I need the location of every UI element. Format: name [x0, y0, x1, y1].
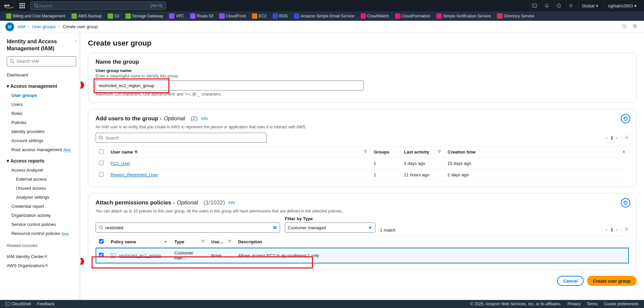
- nav-dashboard[interactable]: Dashboard: [7, 70, 76, 79]
- user-row[interactable]: FCJ_User13 days ago15 days ago: [96, 158, 629, 169]
- name-group-heading: Name the group: [96, 59, 629, 65]
- account-menu[interactable]: nghialm2603 ▾: [604, 1, 640, 10]
- service-shortcut[interactable]: EC2: [250, 13, 268, 19]
- col-description[interactable]: Description: [235, 236, 629, 248]
- user-name-link[interactable]: FCJ_User: [111, 161, 130, 166]
- nav-policies[interactable]: Policies: [7, 118, 76, 127]
- notifications-icon[interactable]: [542, 1, 551, 10]
- refresh-policies-button[interactable]: [621, 198, 630, 207]
- select-all-policies[interactable]: [99, 239, 104, 244]
- user-checkbox[interactable]: [99, 172, 104, 177]
- users-search[interactable]: [96, 133, 267, 143]
- group-name-input[interactable]: [96, 80, 364, 90]
- policy-row[interactable]: + restricted_ec2_region Customer man… No…: [96, 248, 629, 263]
- expand-policy-icon[interactable]: +: [111, 253, 115, 258]
- prev-page[interactable]: ‹: [606, 135, 607, 140]
- aws-logo[interactable]: aws: [4, 3, 14, 9]
- policy-checkbox[interactable]: [99, 253, 104, 257]
- nav-account-settings[interactable]: Account settings: [7, 136, 76, 145]
- table-settings-icon[interactable]: [621, 135, 629, 141]
- services-grid-icon[interactable]: [19, 3, 25, 8]
- filter-type-dropdown[interactable]: Customer managed ▼: [285, 223, 375, 233]
- service-shortcut[interactable]: AWS Backup: [69, 13, 104, 19]
- service-shortcut[interactable]: CloudWatch: [359, 13, 391, 19]
- col-used-as[interactable]: Use…▽: [208, 236, 235, 248]
- col-groups[interactable]: Groups: [370, 146, 400, 158]
- cloudshell-top-icon[interactable]: [530, 1, 539, 10]
- search-icon: [34, 3, 39, 8]
- policy-used: None: [208, 248, 235, 263]
- col-policy-name[interactable]: Policy name▲: [107, 236, 171, 248]
- nav-user-groups[interactable]: User groups: [7, 91, 76, 100]
- users-search-input[interactable]: [105, 135, 264, 140]
- user-name-link[interactable]: Region_Restricted_User: [111, 172, 158, 177]
- next-page[interactable]: ›: [616, 135, 618, 140]
- settings-icon[interactable]: [566, 1, 576, 10]
- nav-external-access[interactable]: External access: [7, 175, 76, 184]
- service-shortcut[interactable]: RDS: [271, 13, 290, 19]
- service-shortcut[interactable]: Amazon Simple Email Service: [292, 13, 357, 19]
- service-shortcut[interactable]: Storage Gateway: [123, 13, 165, 19]
- sidebar-search-input[interactable]: [16, 59, 73, 64]
- help-icon[interactable]: ?: [554, 1, 564, 10]
- nav-identity-providers[interactable]: Identity providers: [7, 127, 76, 136]
- nav-rcp[interactable]: Resource control policiesNew: [7, 229, 76, 238]
- col-last-activity[interactable]: Last activity▽: [400, 146, 444, 158]
- create-user-group-button[interactable]: Create user group: [587, 276, 637, 286]
- service-shortcut[interactable]: Route 53: [188, 13, 215, 19]
- aws-top-nav: aws [Alt+S] ? Global ▾ nghialm2603 ▾: [0, 0, 644, 11]
- service-shortcut[interactable]: Directory Service: [495, 13, 536, 19]
- nav-aws-organizations[interactable]: AWS Organizations⇱: [7, 261, 76, 270]
- cancel-button[interactable]: Cancel: [557, 276, 584, 286]
- policies-search[interactable]: ✕: [96, 223, 280, 233]
- sidebar-title: Identity and Access Management (IAM): [7, 38, 76, 52]
- nav-analyzer-settings[interactable]: Analyzer settings: [7, 193, 76, 202]
- user-checkbox[interactable]: [99, 161, 104, 165]
- refresh-page-icon[interactable]: [631, 22, 639, 31]
- service-shortcut[interactable]: Billing and Cost Management: [4, 13, 67, 19]
- service-shortcut[interactable]: CloudFront: [217, 13, 248, 19]
- col-user-name[interactable]: User name ⇱▽: [107, 146, 371, 158]
- col-type[interactable]: Type▽: [171, 236, 208, 248]
- nav-org-activity[interactable]: Organization activity: [7, 211, 76, 220]
- svg-line-2: [37, 7, 39, 8]
- table-settings-icon[interactable]: [621, 227, 629, 233]
- info-link[interactable]: Info: [228, 200, 235, 205]
- sidebar-search[interactable]: [7, 56, 76, 66]
- search-icon: [99, 135, 103, 140]
- nav-credential-report[interactable]: Credential report: [7, 202, 76, 211]
- breadcrumb-user-groups[interactable]: User groups: [32, 24, 56, 29]
- prev-page[interactable]: ‹: [606, 227, 607, 232]
- nav-unused-access[interactable]: Unused access: [7, 184, 76, 193]
- global-search-input[interactable]: [39, 3, 150, 8]
- col-creation-time[interactable]: Creation time▲: [444, 146, 629, 158]
- policies-search-input[interactable]: [105, 225, 271, 230]
- users-pager: ‹ 1 ›: [606, 135, 629, 141]
- clear-search-icon[interactable]: ✕: [273, 225, 277, 231]
- related-consoles-header: Related consoles: [7, 243, 76, 248]
- select-all-users[interactable]: [99, 149, 104, 154]
- nav-toggle-icon[interactable]: [5, 22, 14, 31]
- service-shortcut[interactable]: CloudFormation: [393, 13, 432, 19]
- region-selector[interactable]: Global ▾: [578, 1, 602, 10]
- nav-section-access-mgmt[interactable]: ▾Access management: [7, 79, 76, 91]
- info-link[interactable]: Info: [201, 116, 208, 121]
- collapse-sidebar-icon[interactable]: ‹: [75, 38, 77, 43]
- breadcrumb-iam[interactable]: IAM: [17, 24, 25, 29]
- nav-iam-identity-center[interactable]: IAM Identity Center⇱: [7, 252, 76, 261]
- nav-roles[interactable]: Roles: [7, 109, 76, 118]
- nav-section-access-reports[interactable]: ▾Access reports: [7, 154, 76, 166]
- add-users-desc: An IAM user is an entity that you create…: [96, 125, 629, 129]
- user-row[interactable]: Region_Restricted_User111 hours ago2 day…: [96, 169, 629, 181]
- service-shortcut[interactable]: Simple Notification Service: [434, 13, 493, 19]
- refresh-users-button[interactable]: [621, 114, 630, 123]
- nav-scp[interactable]: Service control policies: [7, 220, 76, 229]
- service-shortcut[interactable]: S3: [106, 13, 121, 19]
- service-shortcut[interactable]: VPC: [167, 13, 186, 19]
- nav-access-analyzer[interactable]: Access Analyzer: [7, 166, 76, 175]
- nav-root-access[interactable]: Root access managementNew: [7, 145, 76, 154]
- policy-name-link[interactable]: restricted_ec2_region: [119, 253, 161, 258]
- info-page-icon[interactable]: i: [621, 22, 628, 31]
- global-search[interactable]: [Alt+S]: [30, 1, 166, 10]
- nav-users[interactable]: Users: [7, 100, 76, 109]
